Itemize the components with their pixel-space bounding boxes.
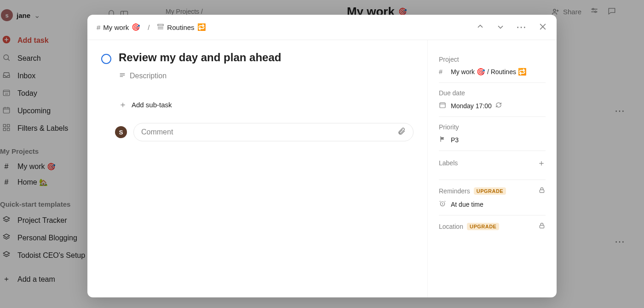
side-project[interactable]: Project # My work 🎯 / Routines 🔁 — [439, 49, 546, 83]
modal-overlay[interactable]: # My work 🎯 / Routines 🔁 ⋯ — [0, 0, 644, 308]
description-placeholder: Description — [130, 72, 167, 80]
task-modal: # My work 🎯 / Routines 🔁 ⋯ — [87, 15, 557, 297]
crumb-project[interactable]: # My work 🎯 — [97, 23, 140, 31]
complete-checkbox[interactable] — [101, 54, 111, 64]
alarm-icon — [439, 200, 447, 209]
modal-sidebar: Project # My work 🎯 / Routines 🔁 Due dat… — [428, 40, 557, 297]
description-icon — [119, 71, 126, 81]
section-icon — [157, 23, 164, 32]
add-label-icon[interactable]: ＋ — [537, 157, 546, 169]
side-label: Due date — [439, 89, 546, 97]
side-location[interactable]: Location UPGRADE — [439, 215, 546, 242]
prev-task-button[interactable] — [476, 22, 485, 33]
calendar-icon — [439, 101, 447, 110]
crumb-sep: / — [148, 23, 150, 31]
attachment-icon[interactable] — [397, 127, 406, 137]
svg-rect-21 — [158, 24, 163, 25]
hash-icon: # — [439, 68, 447, 76]
task-title[interactable]: Review my day and plan ahead — [119, 51, 281, 64]
close-button[interactable] — [538, 22, 547, 33]
svg-rect-29 — [440, 103, 445, 108]
reminder-value: At due time — [451, 201, 483, 208]
side-labels[interactable]: Labels ＋ — [439, 151, 546, 180]
side-priority[interactable]: Priority P3 — [439, 117, 546, 151]
side-due-date[interactable]: Due date Monday 17:00 — [439, 83, 546, 117]
side-label-text: Location — [439, 223, 463, 230]
side-label: Priority — [439, 123, 546, 131]
next-task-button[interactable] — [496, 22, 505, 33]
priority-value: P3 — [451, 136, 459, 144]
lock-icon — [538, 186, 546, 195]
side-label-text: Reminders — [439, 187, 470, 195]
add-subtask-button[interactable]: ＋ Add sub-task — [119, 99, 414, 110]
side-label: Project — [439, 56, 546, 63]
crumb-section[interactable]: Routines 🔁 — [157, 23, 206, 32]
modal-header: # My work 🎯 / Routines 🔁 ⋯ — [87, 15, 557, 40]
hash-icon: # — [97, 23, 100, 31]
flag-icon — [439, 135, 447, 144]
avatar: S — [115, 126, 127, 138]
due-date-value: Monday 17:00 — [451, 102, 492, 110]
svg-rect-31 — [540, 190, 544, 192]
lock-icon — [538, 222, 546, 231]
comment-input[interactable]: Comment — [133, 123, 414, 141]
upgrade-badge: UPGRADE — [474, 187, 506, 195]
modal-main: Review my day and plan ahead Description… — [87, 40, 428, 297]
plus-icon: ＋ — [119, 99, 127, 110]
side-reminders[interactable]: Reminders UPGRADE At due time — [439, 180, 546, 215]
comment-placeholder: Comment — [141, 128, 173, 136]
more-options-button[interactable]: ⋯ — [516, 21, 527, 33]
recurring-icon — [495, 102, 502, 110]
side-project-value: My work 🎯 / Routines 🔁 — [451, 68, 527, 76]
svg-rect-33 — [540, 225, 544, 228]
description-field[interactable]: Description — [119, 71, 414, 81]
upgrade-badge: UPGRADE — [467, 223, 500, 230]
side-label-text: Labels — [439, 159, 458, 167]
add-subtask-label: Add sub-task — [132, 101, 172, 109]
